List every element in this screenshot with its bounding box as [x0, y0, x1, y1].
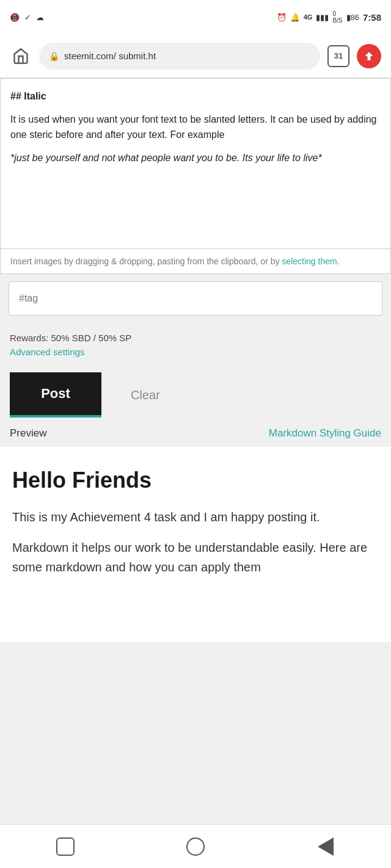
preview-title: Hello Friends: [12, 466, 379, 495]
advanced-settings-link[interactable]: Advanced settings: [10, 347, 85, 357]
battery-icon: ▮86: [346, 13, 359, 22]
tag-input-wrapper[interactable]: [9, 281, 382, 316]
preview-label: Preview: [10, 427, 46, 439]
signal-4g-icon: 4G: [304, 13, 313, 21]
preview-body: This is my Achievement 4 task and I am h…: [12, 507, 379, 577]
signal-bars-icon: ▮▮▮: [316, 13, 329, 22]
selecting-them-link[interactable]: selecting them: [282, 256, 337, 266]
preview-header: Preview Markdown Styling Guide: [0, 422, 391, 447]
preview-paragraph-1: This is my Achievement 4 task and I am h…: [12, 507, 379, 527]
preview-content: Hello Friends This is my Achievement 4 t…: [0, 447, 391, 642]
browser-bar: 🔒 steemit.com/ submit.ht 31: [0, 34, 391, 78]
editor-text: ## Italic It is used when you want your …: [10, 89, 381, 165]
main-content: ## Italic It is used when you want your …: [0, 78, 391, 642]
tag-input[interactable]: [9, 282, 382, 315]
markdown-guide-link[interactable]: Markdown Styling Guide: [269, 427, 381, 439]
nav-bar: [0, 824, 391, 868]
clear-button[interactable]: Clear: [121, 383, 170, 407]
cloud-icon: ☁: [36, 13, 44, 22]
notification-off-icon: 🔔: [290, 13, 300, 22]
nav-recent-button[interactable]: [313, 834, 338, 859]
url-bar[interactable]: 🔒 steemit.com/ submit.ht: [39, 43, 320, 70]
editor-area[interactable]: ## Italic It is used when you want your …: [0, 78, 391, 249]
image-insert-text-after: .: [337, 256, 340, 266]
status-bar: 📵 ✓ ☁ ⏰ 🔔 4G ▮▮▮ 0B/S ▮86 7:58: [0, 0, 391, 34]
rewards-section: Rewards: 50% SBD / 50% SP Advanced setti…: [0, 323, 391, 363]
buttons-area: Post Clear: [0, 363, 391, 422]
sim-icon: 📵: [10, 13, 20, 22]
editor-paragraph-1: It is used when you want your font text …: [10, 112, 381, 143]
tab-count[interactable]: 31: [327, 45, 349, 67]
status-right-icons: ⏰ 🔔 4G ▮▮▮ 0B/S ▮86 7:58: [277, 10, 381, 24]
image-insert-bar: Insert images by dragging & dropping, pa…: [0, 249, 391, 274]
nav-home-button[interactable]: [183, 834, 208, 859]
image-insert-text-before: Insert images by dragging & dropping, pa…: [10, 256, 282, 266]
rewards-text: Rewards: 50% SBD / 50% SP: [10, 333, 381, 343]
editor-paragraph-2: *just be yourself and not what people wa…: [10, 150, 381, 166]
nav-back-button[interactable]: [53, 834, 78, 859]
url-text: steemit.com/ submit.ht: [64, 51, 156, 61]
post-button[interactable]: Post: [10, 372, 101, 418]
home-icon[interactable]: [10, 45, 32, 67]
preview-paragraph-2: Markdown it helps our work to be underst…: [12, 538, 379, 577]
status-left-icons: 📵 ✓ ☁: [10, 13, 44, 22]
data-speed-text: 0B/S: [332, 10, 342, 24]
nav-circle-icon: [186, 837, 205, 856]
nav-triangle-icon: [318, 837, 334, 856]
time-display: 7:58: [363, 12, 381, 23]
heading-text: ## Italic: [10, 91, 46, 101]
upload-button[interactable]: [357, 44, 381, 68]
lock-icon: 🔒: [49, 51, 59, 61]
alarm-icon: ⏰: [277, 13, 287, 22]
shield-icon: ✓: [24, 13, 31, 22]
nav-square-icon: [56, 837, 75, 856]
